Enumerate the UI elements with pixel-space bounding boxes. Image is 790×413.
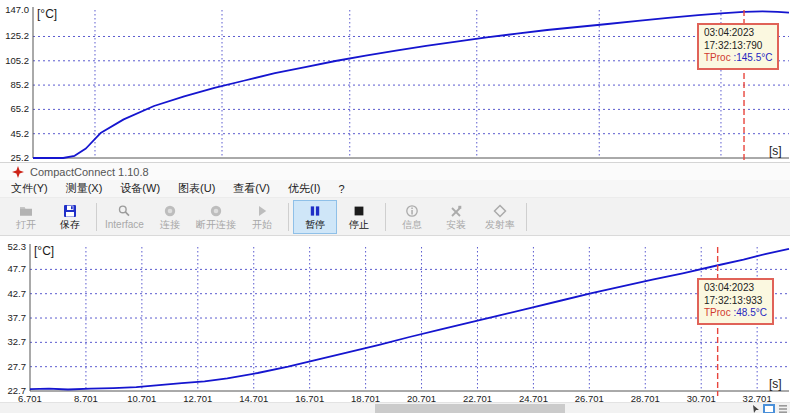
stop-icon: [352, 204, 366, 218]
y-tick-label: 85.2: [0, 80, 29, 90]
bottom-temperature-chart[interactable]: 22.727.732.737.742.747.752.36.7018.70110…: [0, 240, 790, 402]
page-select-icon[interactable]: [763, 404, 775, 413]
cursor-annotation-box: 03:04:202317:32:13:790TProc :145.5°C: [697, 23, 779, 70]
toolbar-button-label: 信息: [402, 219, 422, 230]
temperature-curve: [33, 11, 789, 158]
menu-item-2[interactable]: 测量(X): [57, 181, 112, 196]
toolbar-button-label: 连接: [160, 219, 180, 230]
y-axis-unit-label: [°C]: [37, 7, 57, 21]
annotation-value-line: TProc :145.5°C: [704, 52, 772, 65]
plot-canvas: [0, 0, 790, 162]
toolbar-button-label: 安装: [446, 219, 466, 230]
y-tick-label: 27.7: [0, 362, 26, 372]
y-tick-label: 147.0: [0, 5, 29, 15]
y-tick-label: 65.2: [0, 104, 29, 114]
compactconnect-screen: 25.245.265.285.2105.2125.2147.0[°C][s]03…: [0, 0, 790, 413]
annotation-value: :145.5°C: [731, 52, 773, 63]
toolbar-button-label: 暂停: [305, 219, 325, 230]
menu-item-4[interactable]: 图表(U): [169, 181, 224, 196]
annotation-time: 17:32:13:790: [704, 40, 772, 53]
stop-button[interactable]: 停止: [337, 200, 381, 234]
top-temperature-chart[interactable]: 25.245.265.285.2105.2125.2147.0[°C][s]03…: [0, 0, 790, 162]
horizontal-scrollbar[interactable]: [0, 402, 790, 413]
toolbar-button-label: 保存: [60, 219, 80, 230]
annotation-date: 03:04:2023: [704, 27, 772, 40]
toolbar-button-label: 断开连接: [196, 219, 236, 230]
toolbar: 打开保存Interface连接断开连接开始暂停停止信息安装发射率: [0, 198, 790, 236]
title-bar[interactable]: CompactConnect 1.10.8: [0, 163, 790, 180]
info-icon: [405, 204, 419, 218]
folder-icon: [19, 204, 33, 218]
disconnect-icon: [209, 204, 223, 218]
temperature-curve: [30, 249, 789, 390]
pause-icon: [308, 204, 322, 218]
plot-canvas: [0, 240, 790, 402]
annotation-series-label: TProc: [704, 307, 731, 318]
annotation-value: :48.5°C: [731, 307, 767, 318]
save-button[interactable]: 保存: [48, 200, 92, 234]
y-tick-label: 52.3: [0, 242, 26, 252]
tools-icon: [449, 204, 463, 218]
annotation-series-label: TProc: [704, 52, 731, 63]
emissivity-button[interactable]: 发射率: [478, 200, 522, 234]
y-tick-label: 105.2: [0, 56, 29, 66]
disconnect-button[interactable]: 断开连接: [192, 200, 240, 234]
cursor-arrow-icon[interactable]: [752, 405, 760, 413]
y-tick-label: 42.7: [0, 289, 26, 299]
info-button[interactable]: 信息: [390, 200, 434, 234]
y-axis-unit-label: [°C]: [34, 244, 54, 258]
menu-item-3[interactable]: 设备(W): [111, 181, 169, 196]
window-title: CompactConnect 1.10.8: [30, 166, 149, 178]
menu-item-7[interactable]: ?: [329, 183, 353, 195]
toolbar-separator: [96, 203, 97, 231]
toolbar-separator: [526, 203, 527, 231]
scrollbar-corner-tools: [752, 403, 788, 413]
toolbar-button-label: 打开: [16, 219, 36, 230]
toolbar-button-label: 开始: [252, 219, 272, 230]
y-tick-label: 125.2: [0, 31, 29, 41]
toolbar-button-label: Interface: [105, 219, 144, 230]
magnifier-icon: [117, 204, 131, 218]
annotation-time: 17:32:13:933: [704, 295, 767, 308]
toolbar-button-label: 停止: [349, 219, 369, 230]
menu-item-5[interactable]: 查看(V): [224, 181, 279, 196]
menu-bar: 文件(Y)测量(X)设备(W)图表(U)查看(V)优先(I)?: [0, 180, 790, 198]
annotation-date: 03:04:2023: [704, 282, 767, 295]
toolbar-separator: [385, 203, 386, 231]
toolbar-button-label: 发射率: [485, 219, 515, 230]
annotation-value-line: TProc :48.5°C: [704, 307, 767, 320]
connect-icon: [163, 204, 177, 218]
floppy-icon: [63, 204, 77, 218]
toolbar-separator: [288, 203, 289, 231]
install-button[interactable]: 安装: [434, 200, 478, 234]
play-icon: [255, 204, 269, 218]
connect-button[interactable]: 连接: [148, 200, 192, 234]
y-tick-label: 32.7: [0, 337, 26, 347]
x-axis-unit-label: [s]: [769, 377, 782, 391]
y-tick-label: 45.2: [0, 129, 29, 139]
start-button[interactable]: 开始: [240, 200, 284, 234]
app-logo-icon: [12, 166, 24, 178]
list-icon[interactable]: [778, 404, 788, 413]
cursor-annotation-box: 03:04:202317:32:13:933TProc :48.5°C: [697, 278, 774, 325]
scrollbar-thumb[interactable]: [375, 404, 565, 413]
x-axis-unit-label: [s]: [769, 144, 782, 158]
emissivity-icon: [493, 204, 507, 218]
pause-button[interactable]: 暂停: [293, 200, 337, 234]
interface-button[interactable]: Interface: [101, 200, 148, 234]
app-window-chrome: CompactConnect 1.10.8 文件(Y)测量(X)设备(W)图表(…: [0, 162, 790, 241]
menu-item-1[interactable]: 文件(Y): [2, 181, 57, 196]
open-button[interactable]: 打开: [4, 200, 48, 234]
y-tick-label: 47.7: [0, 264, 26, 274]
menu-item-6[interactable]: 优先(I): [279, 181, 329, 196]
y-tick-label: 37.7: [0, 313, 26, 323]
